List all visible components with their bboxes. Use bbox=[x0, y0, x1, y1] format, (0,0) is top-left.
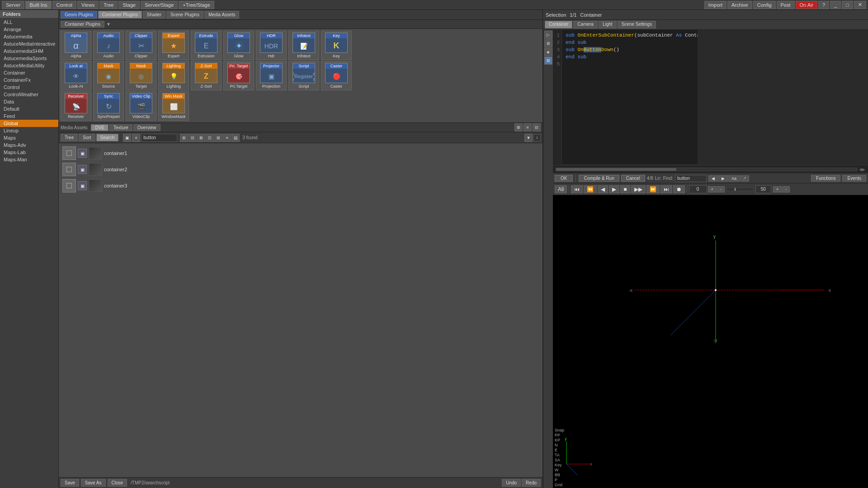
plugin-lighting[interactable]: Lighting 💡 Lighting bbox=[158, 61, 189, 90]
list-view-5[interactable]: ⊞ bbox=[214, 134, 222, 142]
pp-label[interactable]: PP bbox=[554, 433, 565, 437]
help-btn[interactable]: ? bbox=[818, 1, 829, 9]
script-editor[interactable]: sub OnEnterSubContainer(subContainer As … bbox=[562, 30, 698, 165]
view-btn-1[interactable]: ⊞ bbox=[514, 123, 523, 131]
frame-end-input[interactable] bbox=[755, 185, 771, 193]
folder-astucemedia-sports[interactable]: AstucemediaSports bbox=[0, 55, 58, 62]
plugin-windowmask[interactable]: Win.Mask ⬜ WindowMask bbox=[158, 91, 189, 121]
menu-config[interactable]: Config bbox=[753, 1, 776, 9]
menu-tree[interactable]: Tree bbox=[99, 1, 118, 9]
sidebar-icon-1[interactable]: ▷ bbox=[544, 31, 552, 39]
ok-button[interactable]: OK bbox=[555, 175, 573, 182]
sort-button[interactable]: Sort bbox=[79, 134, 95, 141]
folder-maps-lab[interactable]: Maps-Lab bbox=[0, 149, 58, 156]
undo-button[interactable]: Undo bbox=[502, 479, 521, 487]
grid-label[interactable]: Grid bbox=[554, 483, 565, 487]
btn-stop[interactable]: ■ bbox=[620, 185, 630, 193]
folder-controlweather[interactable]: ControlWeather bbox=[0, 91, 58, 98]
folder-maps-man[interactable]: Maps-Man bbox=[0, 156, 58, 163]
icon-btn-1[interactable]: ▣ bbox=[123, 134, 131, 142]
btn-next-frame[interactable]: ⏩ bbox=[646, 185, 660, 193]
plugin-caster[interactable]: Caster 🔴 Caster bbox=[321, 61, 352, 90]
kp-label[interactable]: KP bbox=[554, 438, 565, 442]
menu-server[interactable]: Server bbox=[2, 1, 24, 9]
list-view-1[interactable]: ⊞ bbox=[180, 134, 188, 142]
functions-button[interactable]: Functions bbox=[811, 175, 840, 182]
find-input[interactable]: button bbox=[675, 175, 707, 182]
save-button[interactable]: Save bbox=[61, 479, 79, 487]
tab-scene-plugins[interactable]: Scene Plugins bbox=[166, 11, 203, 19]
folder-all[interactable]: ALL bbox=[0, 19, 58, 26]
asset-tab-dve[interactable]: DVE bbox=[91, 124, 108, 131]
frame-end-dec-btn[interactable]: - bbox=[782, 186, 790, 192]
sidebar-icon-4[interactable]: ⊠ bbox=[544, 56, 552, 65]
bb-label[interactable]: BB bbox=[554, 473, 565, 477]
folder-lineup[interactable]: Lineup bbox=[0, 127, 58, 134]
key-label[interactable]: Key bbox=[554, 463, 565, 467]
folder-container[interactable]: Container bbox=[0, 69, 58, 76]
btn-record[interactable]: ⏺ bbox=[673, 185, 685, 193]
tab-camera[interactable]: Camera bbox=[573, 21, 598, 28]
sidebar-icon-2[interactable]: ⊞ bbox=[544, 39, 552, 47]
sa-label[interactable]: SA bbox=[554, 458, 565, 462]
n-label[interactable]: N bbox=[554, 443, 565, 447]
close-btn[interactable]: ✕ bbox=[854, 1, 866, 9]
all-label[interactable]: All bbox=[555, 185, 567, 193]
plugin-receiver[interactable]: Receiver 📡 Receiver bbox=[61, 91, 91, 121]
menu-server-stage[interactable]: Server/Stage bbox=[141, 1, 178, 9]
menu-stage[interactable]: Stage bbox=[118, 1, 140, 9]
tab-container[interactable]: Container bbox=[545, 21, 572, 28]
plugin-target[interactable]: Mask ◎ Target bbox=[126, 61, 156, 90]
menu-on-air[interactable]: On Air bbox=[796, 1, 818, 9]
folder-global[interactable]: Global bbox=[0, 120, 58, 127]
ta-label[interactable]: TA bbox=[554, 453, 565, 457]
plugin-source[interactable]: Mask ◉ Source bbox=[93, 61, 124, 90]
plugin-glow[interactable]: Glow ✦ Glow bbox=[223, 31, 254, 60]
plugin-hdr[interactable]: HDR HDR Hdr bbox=[256, 31, 287, 60]
tab-media-assets[interactable]: Media Assets bbox=[204, 11, 239, 19]
w-label[interactable]: W bbox=[554, 468, 565, 472]
plugin-alpha[interactable]: Alpha α Alpha bbox=[61, 31, 91, 60]
search-input[interactable]: button bbox=[141, 134, 177, 142]
menu-tree-stage[interactable]: +Tree/Stage bbox=[179, 1, 214, 9]
result-container3[interactable]: ▣ container3 bbox=[61, 178, 541, 194]
result-container2[interactable]: ▣ container2 bbox=[61, 161, 541, 178]
folder-maps[interactable]: Maps bbox=[0, 134, 58, 141]
e-label[interactable]: E bbox=[554, 448, 565, 452]
list-view-2[interactable]: ⊟ bbox=[189, 134, 197, 142]
icon-btn-2[interactable]: ≡ bbox=[132, 134, 140, 142]
plugin-infotext[interactable]: Infotext 📝 Infotext bbox=[288, 31, 319, 60]
plugin-bar-dropdown[interactable]: ▼ bbox=[106, 22, 111, 27]
menu-import[interactable]: Import bbox=[704, 1, 726, 9]
plugin-pri-target[interactable]: Pri. Target 🎯 Pri.Target bbox=[223, 61, 254, 90]
tab-light[interactable]: Light bbox=[599, 21, 617, 28]
plugin-key[interactable]: Key K Key bbox=[321, 31, 352, 60]
result-container1[interactable]: ▣ container1 bbox=[61, 145, 541, 161]
list-view-7[interactable]: ▤ bbox=[231, 134, 240, 142]
plugin-look-at[interactable]: Look at 👁 Look-At bbox=[61, 61, 91, 90]
tab-scene-settings[interactable]: Scene Settings bbox=[618, 21, 656, 28]
plugin-expert[interactable]: Expert ★ Expert bbox=[158, 31, 189, 60]
frame-input[interactable] bbox=[689, 185, 707, 193]
save-as-button[interactable]: Save As bbox=[81, 479, 106, 487]
redo-button[interactable]: Redo bbox=[522, 479, 541, 487]
btn-back[interactable]: ◀ bbox=[598, 185, 608, 193]
frame-inc-btn[interactable]: + bbox=[708, 186, 717, 192]
plugin-sync[interactable]: Sync ↻ SyncPrepart bbox=[93, 91, 124, 121]
menu-builtins[interactable]: Built Ins bbox=[25, 1, 51, 9]
folder-default[interactable]: Default bbox=[0, 105, 58, 113]
view-btn-3[interactable]: ⊟ bbox=[533, 123, 541, 131]
btn-play[interactable]: ▶ bbox=[609, 185, 619, 193]
find-option-2[interactable]: .* bbox=[740, 175, 749, 182]
find-option-1[interactable]: Aa bbox=[728, 175, 740, 182]
frame-end-inc-btn[interactable]: + bbox=[773, 186, 782, 192]
close-button[interactable]: Close bbox=[108, 479, 127, 487]
list-view-6[interactable]: ≡ bbox=[223, 134, 231, 142]
tab-geom-plugins[interactable]: Geom Plugins bbox=[61, 11, 97, 19]
plugin-projection[interactable]: Projector ▣ Projection bbox=[256, 61, 287, 90]
folder-containerfx[interactable]: ContainerFx bbox=[0, 76, 58, 84]
plugin-videoclip[interactable]: Video Clip 🎬 VideoClip bbox=[126, 91, 156, 121]
btn-fwd[interactable]: ▶▶ bbox=[631, 185, 646, 193]
tree-button[interactable]: Tree bbox=[61, 134, 78, 141]
compile-run-button[interactable]: Compile & Run bbox=[579, 175, 619, 182]
